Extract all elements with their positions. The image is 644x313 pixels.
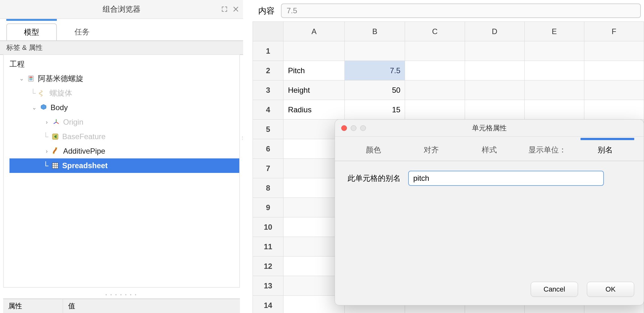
col-header-A[interactable]: A <box>283 22 345 41</box>
cell-F1[interactable] <box>584 41 644 61</box>
window-close-icon[interactable] <box>341 125 347 131</box>
cell-content-bar: 内容 <box>253 0 644 21</box>
close-icon[interactable] <box>232 6 239 13</box>
cell-A3[interactable]: Height <box>283 80 345 100</box>
panel-header: 组合浏览器 <box>0 0 243 19</box>
resize-grip-vertical[interactable]: ⋮ <box>241 136 245 140</box>
cell-F4[interactable] <box>584 100 644 120</box>
property-table-header: 属性 值 <box>3 298 240 313</box>
tab-task[interactable]: 任务 <box>57 23 107 40</box>
row-header[interactable]: 6 <box>253 139 283 159</box>
property-col-value: 值 <box>63 299 240 313</box>
window-minimize-icon[interactable] <box>351 125 356 131</box>
cell-C2[interactable] <box>405 61 465 80</box>
cell-A4[interactable]: Radius <box>283 100 345 120</box>
col-header-C[interactable]: C <box>405 22 465 41</box>
tree-item-additivepipe[interactable]: › AdditivePipe <box>9 144 239 158</box>
row-header[interactable]: 11 <box>253 237 283 257</box>
resize-grip-horizontal[interactable]: • • • • • • • <box>0 293 243 299</box>
row-header[interactable]: 12 <box>253 257 283 276</box>
cell-C3[interactable] <box>405 80 465 100</box>
row-header[interactable]: 2 <box>253 61 283 80</box>
cell-B1[interactable] <box>345 41 405 61</box>
cell-B4[interactable]: 15 <box>345 100 405 120</box>
cell-D2[interactable] <box>465 61 524 80</box>
dialog-tab-unit[interactable]: 显示单位： <box>518 145 576 161</box>
tree-item-basefeature[interactable]: └ BaseFeature <box>9 129 239 144</box>
row-header[interactable]: 10 <box>253 217 283 237</box>
sheet-row: 2Pitch7.5 <box>253 61 644 80</box>
collapse-icon[interactable] <box>221 6 228 13</box>
row-header[interactable]: 4 <box>253 100 283 120</box>
col-header-D[interactable]: D <box>465 22 524 41</box>
dialog-tab-align[interactable]: 对齐 <box>402 145 461 161</box>
row-header[interactable]: 7 <box>253 159 283 178</box>
dialog-tab-color[interactable]: 颜色 <box>344 145 402 161</box>
cell-D1[interactable] <box>465 41 524 61</box>
alias-input[interactable] <box>408 171 604 186</box>
row-header[interactable]: 5 <box>253 120 283 139</box>
tree-label: 螺旋体 <box>50 88 72 98</box>
cell-F2[interactable] <box>584 61 644 80</box>
cell-F3[interactable] <box>584 80 644 100</box>
row-header[interactable]: 8 <box>253 178 283 198</box>
tree-root-project[interactable]: 工程 <box>9 57 239 71</box>
row-header[interactable]: 14 <box>253 296 283 313</box>
model-tree[interactable]: 工程 ⌄ 阿基米德螺旋 └ 螺旋体 ⌄ Bod <box>4 55 239 173</box>
col-header-B[interactable]: B <box>345 22 405 41</box>
helix-icon <box>38 89 47 97</box>
tree-label: Spreadsheet <box>62 161 108 170</box>
tab-model[interactable]: 模型 <box>6 23 57 40</box>
spreadsheet-icon <box>51 161 60 170</box>
col-header-E[interactable]: E <box>524 22 584 41</box>
cell-content-input[interactable] <box>281 3 641 18</box>
axes-icon <box>52 118 61 127</box>
cell-C1[interactable] <box>405 41 465 61</box>
tree-container: 工程 ⌄ 阿基米德螺旋 └ 螺旋体 ⌄ Bod <box>3 54 240 288</box>
chevron-right-icon[interactable]: › <box>43 119 51 126</box>
col-header-F[interactable]: F <box>584 22 644 41</box>
tree-label: BaseFeature <box>62 132 105 141</box>
cell-properties-dialog: 单元格属性 颜色 对齐 样式 显示单位： 别名 此单元格的别名 Cancel O… <box>335 119 644 305</box>
row-header[interactable]: 1 <box>253 41 283 61</box>
sheet-row: 3Height50 <box>253 80 644 100</box>
corner-header[interactable] <box>253 22 283 41</box>
chevron-down-icon[interactable]: ⌄ <box>18 75 25 82</box>
svg-rect-1 <box>29 77 33 78</box>
dialog-tab-alias[interactable]: 别名 <box>576 145 634 161</box>
cell-D4[interactable] <box>465 100 524 120</box>
cell-E3[interactable] <box>524 80 584 100</box>
tree-item-archimedes[interactable]: ⌄ 阿基米德螺旋 <box>9 71 239 86</box>
cell-C4[interactable] <box>405 100 465 120</box>
window-zoom-icon[interactable] <box>360 125 366 131</box>
chevron-down-icon[interactable]: ⌄ <box>30 104 38 111</box>
alias-label: 此单元格的别名 <box>348 173 401 183</box>
cell-A1[interactable] <box>283 41 345 61</box>
tree-item-body[interactable]: ⌄ Body <box>9 100 239 115</box>
cell-B3[interactable]: 50 <box>345 80 405 100</box>
cell-B2[interactable]: 7.5 <box>345 61 405 80</box>
cell-E4[interactable] <box>524 100 584 120</box>
tree-item-spreadsheet[interactable]: └ Spreadsheet <box>9 158 239 173</box>
cell-E1[interactable] <box>524 41 584 61</box>
row-header[interactable]: 13 <box>253 276 283 296</box>
property-col-name: 属性 <box>3 299 63 313</box>
dialog-titlebar[interactable]: 单元格属性 <box>335 120 644 137</box>
ok-button[interactable]: OK <box>587 282 634 297</box>
cancel-button[interactable]: Cancel <box>531 282 578 297</box>
dialog-tabs: 颜色 对齐 样式 显示单位： 别名 <box>335 137 644 161</box>
tree-item-helix[interactable]: └ 螺旋体 <box>9 86 239 100</box>
project-label: 工程 <box>9 59 25 69</box>
cell-D3[interactable] <box>465 80 524 100</box>
dialog-tab-style[interactable]: 样式 <box>460 145 518 161</box>
cell-A2[interactable]: Pitch <box>283 61 345 80</box>
cell-E2[interactable] <box>524 61 584 80</box>
svg-rect-3 <box>29 80 33 80</box>
chevron-right-icon[interactable]: › <box>43 148 51 155</box>
tree-label: Origin <box>63 118 83 127</box>
row-header[interactable]: 3 <box>253 80 283 100</box>
tree-item-origin[interactable]: › Origin <box>9 115 239 129</box>
combo-browser-panel: 组合浏览器 模型 任务 标签 & 属性 工程 ⌄ 阿基米德螺旋 <box>0 0 243 313</box>
row-header[interactable]: 9 <box>253 198 283 217</box>
dialog-title: 单元格属性 <box>335 123 644 133</box>
